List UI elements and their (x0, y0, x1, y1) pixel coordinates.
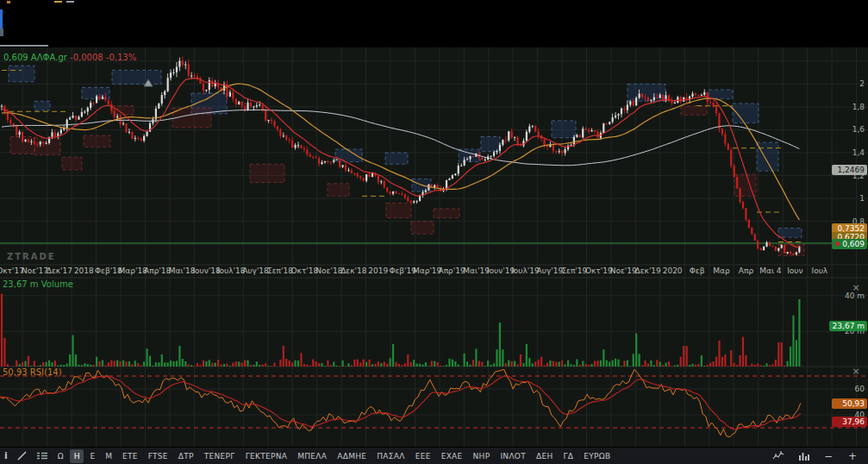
time-axis-label: Σεπ'18 (267, 266, 293, 275)
volume-pane-label: 23,67 m Volume (3, 279, 73, 289)
zoom-in-button[interactable]: + (844, 449, 861, 463)
time-axis-label: Ιουλ'18 (217, 266, 246, 275)
time-axis-label: 2019 (368, 266, 388, 275)
topbar-underline (0, 45, 48, 47)
ticker-change: -0,0008 (70, 53, 103, 62)
timeframe-week-button[interactable]: Ε (85, 449, 99, 463)
rsi-value: 50,93 (3, 367, 28, 377)
topbar-gray-indicator (0, 28, 3, 36)
timeframe-month-button[interactable]: Μ (101, 449, 116, 463)
rsi-name: RSI(14) (30, 367, 62, 377)
time-axis-label: Ιουν (787, 266, 802, 275)
time-axis-label: Οκτ'19 (585, 266, 613, 275)
topbar-gray-dash (66, 1, 74, 3)
time-axis-label: Μαρ'18 (119, 266, 147, 275)
last-price-tag: 0,609 (832, 239, 867, 249)
symbol-shortcut-ΕΕΕ[interactable]: ΕΕΕ (411, 449, 435, 463)
bottom-toolbar: i Ω Η Ε Μ ΕΤΕFTSEΔΤΡΤΕΝΕΡΓΓΕΚΤΕΡΝΑΜΠΕΛΑΑ… (0, 447, 868, 464)
time-axis-label: Οκτ'17 (0, 266, 24, 275)
time-axis-label: Απρ (739, 266, 753, 275)
volume-current-tag: 23,67 m (829, 321, 867, 331)
symbol-shortcut-ΜΠΕΛΑ[interactable]: ΜΠΕΛΑ (293, 449, 331, 463)
time-axis-label: Οκτ'18 (291, 266, 319, 275)
symbol-shortcut-ΓΕΚΤΕΡΝΑ[interactable]: ΓΕΚΤΕΡΝΑ (241, 449, 292, 463)
volume-name: Volume (41, 279, 73, 289)
volume-pane-close-button[interactable]: × (851, 283, 861, 293)
toolbar-right-controls: − + (765, 449, 865, 463)
symbol-shortcut-ΔΤΡ[interactable]: ΔΤΡ (174, 449, 198, 463)
chart-background (0, 47, 868, 447)
time-axis-label: Απρ'18 (144, 266, 171, 275)
time-axis-label: Ιουλ'19 (511, 266, 540, 275)
time-axis-label: Απρ'19 (438, 266, 465, 275)
symbol-shortcut-FTSE[interactable]: FTSE (144, 449, 172, 463)
line-chart-icon[interactable] (769, 449, 788, 463)
time-axis-label: Νοε'19 (610, 266, 637, 275)
symbol-shortcut-ΙΝΛΟΤ[interactable]: ΙΝΛΟΤ (496, 449, 530, 463)
info-button[interactable]: i (1, 449, 11, 463)
last-price-notch (835, 241, 840, 246)
rsi-signal-tag: 37,96 (832, 417, 867, 427)
time-axis-label: Φεβ (690, 266, 705, 275)
time-axis-label: Σεπ'19 (561, 266, 587, 275)
watchlist-icon[interactable] (33, 449, 52, 463)
trading-app-window: 21,81,61,41,210,840 m20 m6040 0,609 ΑΛΦΑ… (0, 0, 868, 464)
top-bar (0, 0, 868, 47)
rsi-pane-close-button[interactable]: × (851, 367, 861, 377)
symbol-shortcut-ΕΥΡΩΒ[interactable]: ΕΥΡΩΒ (579, 449, 615, 463)
omega-button[interactable]: Ω (53, 449, 68, 463)
time-axis-label: Αυγ'18 (242, 266, 269, 275)
time-axis-label: 2018 (74, 266, 94, 275)
time-axis-label: Ιουλ (811, 266, 827, 275)
time-axis-label: Νοε'18 (315, 266, 342, 275)
time-axis-label: Δεκ'18 (340, 266, 366, 275)
platform-watermark: ZTRADE (7, 252, 56, 261)
last-price-tag-text: 0,609 (842, 240, 865, 248)
rsi-current-tag: 50,93 (832, 398, 867, 409)
volume-value: 23,67 m (3, 279, 39, 289)
ticker-symbol: ΑΛΦΑ.gr (31, 53, 67, 62)
time-axis-label: Μαρ (713, 266, 729, 275)
time-axis-label: Νοε'17 (22, 266, 48, 275)
trendline-tool-icon[interactable] (13, 449, 31, 463)
topbar-orange-dot (7, 1, 10, 3)
time-axis-label: Αυγ'19 (537, 266, 564, 275)
topbar-orange-dash (54, 1, 62, 3)
timeframe-day-button[interactable]: Η (70, 449, 84, 463)
rsi-pane-label: 50,93 RSI(14) (3, 367, 62, 377)
time-axis-label: Μαρ'19 (413, 266, 441, 275)
symbol-shortcut-ΕΤΕ[interactable]: ΕΤΕ (118, 449, 142, 463)
symbol-shortcut-ΕΧΑΕ[interactable]: ΕΧΑΕ (437, 449, 467, 463)
time-axis-label: 2020 (663, 266, 683, 275)
ticker-price: 0,609 (3, 53, 28, 62)
symbol-shortcut-ΔΕΗ[interactable]: ΔΕΗ (532, 449, 558, 463)
ticker-change-pct: -0,13% (106, 53, 136, 62)
symbol-shortcut-ΓΔ[interactable]: ΓΔ (559, 449, 578, 463)
time-axis-label: Μαι 4 (759, 266, 781, 275)
ma-long-price-tag: 1,2469 (832, 165, 867, 175)
time-axis-label: Μαι'18 (169, 266, 196, 275)
symbol-shortcut-ΝΗΡ[interactable]: ΝΗΡ (469, 449, 495, 463)
time-axis: Οκτ'17Νοε'17Δεκ'172018Φεβ'18Μαρ'18Απρ'18… (0, 266, 868, 278)
topbar-blue-indicator (0, 9, 3, 28)
symbol-shortcut-list: ΕΤΕFTSEΔΤΡΤΕΝΕΡΓΓΕΚΤΕΡΝΑΜΠΕΛΑΑΔΜΗΕΠΑΣΑΛΕ… (117, 449, 616, 463)
time-axis-label: Δεκ'19 (635, 266, 661, 275)
zoom-out-button[interactable]: − (820, 449, 837, 463)
symbol-shortcut-ΤΕΝΕΡΓ[interactable]: ΤΕΝΕΡΓ (200, 449, 240, 463)
symbol-shortcut-ΑΔΜΗΕ[interactable]: ΑΔΜΗΕ (333, 449, 371, 463)
bar-chart-icon[interactable] (795, 449, 813, 463)
time-axis-label: Δεκ'17 (47, 266, 72, 275)
ticker-readout: 0,609 ΑΛΦΑ.gr -0,0008 -0,13% (3, 53, 136, 62)
time-axis-label: Μαι'19 (463, 266, 490, 275)
symbol-shortcut-ΠΑΣΑΛ[interactable]: ΠΑΣΑΛ (372, 449, 409, 463)
